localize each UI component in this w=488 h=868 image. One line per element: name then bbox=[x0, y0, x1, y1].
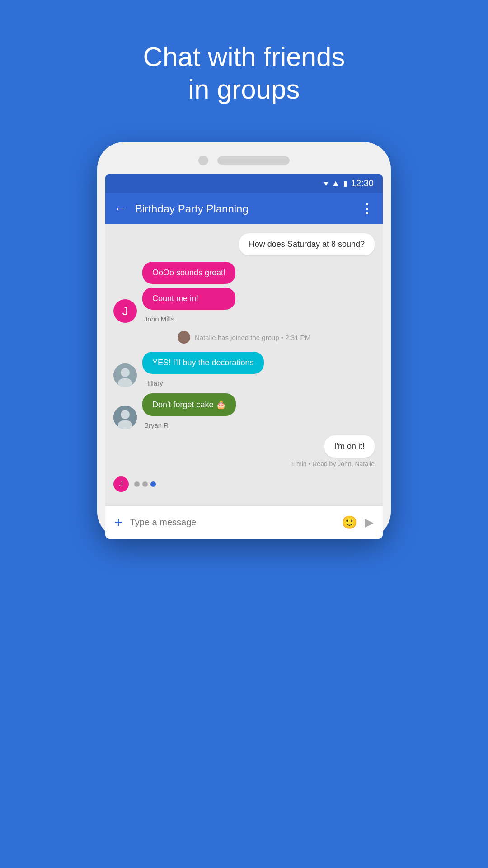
status-icons: ▾ ▲ ▮ 12:30 bbox=[324, 178, 374, 189]
john-sender-name: John Mills bbox=[142, 315, 235, 323]
bubble-cake: Don't forget cake 🎂 bbox=[142, 393, 236, 416]
add-attachment-button[interactable]: + bbox=[114, 514, 123, 531]
message-hillary: YES! I'll buy the decorations Hillary bbox=[113, 352, 375, 387]
hillary-messages: YES! I'll buy the decorations Hillary bbox=[142, 352, 264, 387]
dot-3 bbox=[150, 481, 156, 487]
avatar-hillary bbox=[113, 363, 137, 387]
battery-icon: ▮ bbox=[343, 179, 347, 188]
message-outgoing-1: How does Saturday at 8 sound? bbox=[113, 233, 375, 255]
typing-indicator-row: J bbox=[113, 474, 375, 496]
more-button[interactable]: ⋮ bbox=[361, 201, 374, 216]
john-messages: OoOo sounds great! Count me in! John Mil… bbox=[142, 262, 235, 323]
input-bar: + 🙂 ▶ bbox=[105, 505, 383, 539]
read-info: 1 min • Read by John, Natalie bbox=[291, 460, 375, 467]
avatar-bryan bbox=[113, 406, 137, 429]
phone-screen: ▾ ▲ ▮ 12:30 ← Birthday Party Planning ⋮ … bbox=[105, 174, 383, 539]
phone-speaker bbox=[217, 156, 290, 165]
bryan-messages: Don't forget cake 🎂 Bryan R bbox=[142, 393, 236, 429]
hero-text: Chat with friends in groups bbox=[143, 41, 345, 106]
chat-area: How does Saturday at 8 sound? J OoOo sou… bbox=[105, 224, 383, 505]
signal-icon: ▲ bbox=[332, 179, 340, 188]
message-john: J OoOo sounds great! Count me in! John M… bbox=[113, 262, 375, 323]
status-time: 12:30 bbox=[351, 178, 374, 189]
message-bryan: Don't forget cake 🎂 Bryan R bbox=[113, 393, 375, 429]
status-bar: ▾ ▲ ▮ 12:30 bbox=[105, 174, 383, 193]
message-input[interactable] bbox=[130, 517, 334, 528]
bubble-decorations: YES! I'll buy the decorations bbox=[142, 352, 264, 374]
dot-1 bbox=[134, 481, 140, 487]
bubble-countmein: Count me in! bbox=[142, 288, 235, 310]
svg-point-4 bbox=[121, 410, 130, 419]
emoji-button[interactable]: 🙂 bbox=[342, 515, 357, 530]
natalie-small-avatar bbox=[178, 331, 190, 344]
typing-dots bbox=[134, 481, 156, 487]
app-bar-title: Birthday Party Planning bbox=[135, 203, 352, 215]
dot-2 bbox=[142, 481, 148, 487]
system-notification: Natalie has joined the group • 2:31 PM bbox=[113, 331, 375, 344]
typing-avatar: J bbox=[113, 476, 129, 492]
message-imonit: I'm on it! 1 min • Read by John, Natalie bbox=[113, 435, 375, 467]
bryan-sender-name: Bryan R bbox=[142, 421, 236, 429]
phone-camera bbox=[198, 156, 208, 165]
avatar-john: J bbox=[113, 299, 137, 323]
bubble-oooo: OoOo sounds great! bbox=[142, 262, 235, 284]
send-button[interactable]: ▶ bbox=[365, 515, 374, 529]
phone-mockup: ▾ ▲ ▮ 12:30 ← Birthday Party Planning ⋮ … bbox=[97, 142, 391, 539]
hillary-sender-name: Hillary bbox=[142, 379, 264, 387]
hero-line1: Chat with friends bbox=[143, 41, 345, 73]
hero-line2: in groups bbox=[143, 73, 345, 106]
svg-point-1 bbox=[121, 368, 130, 377]
wifi-icon: ▾ bbox=[324, 179, 328, 189]
bubble-imonit: I'm on it! bbox=[324, 435, 375, 458]
app-bar: ← Birthday Party Planning ⋮ bbox=[105, 193, 383, 224]
back-button[interactable]: ← bbox=[114, 202, 126, 216]
phone-top-bar bbox=[105, 156, 383, 165]
bubble-saturday: How does Saturday at 8 sound? bbox=[239, 233, 375, 255]
